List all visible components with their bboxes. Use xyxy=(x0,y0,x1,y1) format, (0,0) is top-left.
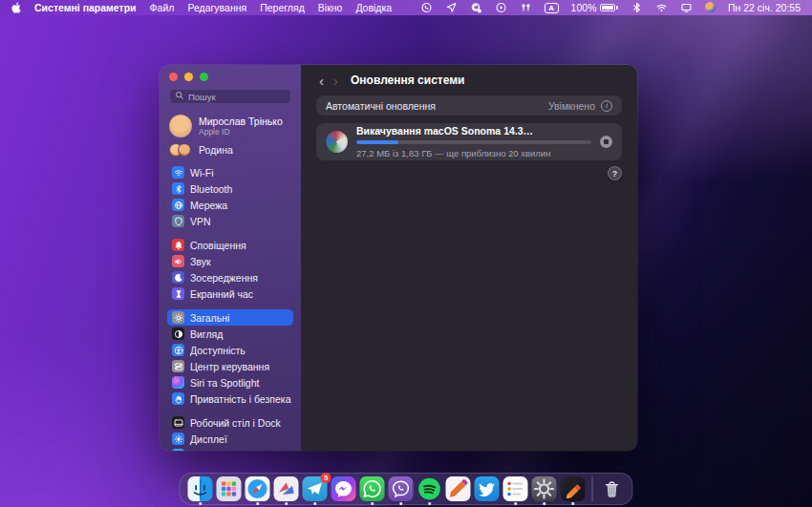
sidebar-item-шпалери[interactable]: Шпалери xyxy=(167,447,293,451)
download-progress-bar xyxy=(356,140,591,144)
apple-id-row[interactable]: Мирослав Трінько Apple ID xyxy=(160,110,301,139)
sidebar-item-wi-fi[interactable]: Wi-Fi xyxy=(167,164,293,180)
sidebar-item-загальні[interactable]: Загальні xyxy=(167,309,293,326)
wifi-icon xyxy=(172,166,184,179)
sidebar-item-label: Bluetooth xyxy=(190,183,232,195)
running-indicator-dot xyxy=(199,502,202,505)
airpods-status-icon[interactable] xyxy=(520,2,532,13)
menu-clock[interactable]: Пн 22 січ. 20:55 xyxy=(728,2,801,13)
flower-icon xyxy=(172,449,184,451)
sidebar-item-зосередження[interactable]: Зосередження xyxy=(167,269,293,285)
dock-icon-rocket-app[interactable] xyxy=(561,476,586,501)
menu-перегляд[interactable]: Перегляд xyxy=(260,2,305,13)
dock-icon-whatsapp[interactable] xyxy=(360,476,385,501)
sidebar-item-мережа[interactable]: Мережа xyxy=(167,197,293,213)
moon-icon xyxy=(172,271,184,284)
viber-status-icon[interactable] xyxy=(420,2,433,13)
dock-icon-twitter[interactable] xyxy=(475,476,500,501)
download-title: Викачування macOS Sonoma 14.3… xyxy=(356,125,591,137)
sidebar-item-bluetooth[interactable]: Bluetooth xyxy=(167,180,293,197)
telegram-status-icon[interactable] xyxy=(470,2,482,13)
info-icon[interactable]: i xyxy=(601,100,612,112)
menu-вікно[interactable]: Вікно xyxy=(318,2,343,13)
sidebar-item-доступність[interactable]: Доступність xyxy=(167,342,293,358)
dock-icon-viber[interactable] xyxy=(389,476,414,501)
sidebar-item-центр-керування[interactable]: Центр керування xyxy=(167,358,293,374)
back-button[interactable]: ‹ xyxy=(316,74,327,88)
sidebar-item-вигляд[interactable]: Вигляд xyxy=(167,326,293,342)
sidebar-item-label: Приватність і безпека xyxy=(190,393,290,405)
macos-sonoma-icon xyxy=(326,131,348,153)
display-status-icon[interactable] xyxy=(680,2,693,13)
sidebar-item-vpn[interactable]: VPN xyxy=(167,213,293,229)
stop-download-button[interactable] xyxy=(600,136,612,148)
search-placeholder: Пошук xyxy=(188,92,216,102)
sidebar-item-label: Зосередження xyxy=(190,272,258,284)
shield-icon xyxy=(172,215,184,227)
avatar-status-icon[interactable] xyxy=(705,2,716,14)
dock-icon-launchpad[interactable] xyxy=(217,476,242,501)
dock-icon-system-settings[interactable] xyxy=(532,476,557,501)
sidebar-item-label: Звук xyxy=(190,256,211,267)
dock-icon-trash[interactable] xyxy=(600,476,625,501)
apple-menu-icon[interactable] xyxy=(11,2,21,13)
location-status-icon[interactable] xyxy=(445,2,458,13)
dock-icon-messenger[interactable] xyxy=(331,476,356,501)
bell-icon xyxy=(172,239,184,251)
minimize-button[interactable] xyxy=(184,73,193,81)
accessibility-icon xyxy=(172,344,184,356)
menu-редагування[interactable]: Редагування xyxy=(187,2,246,13)
forward-button[interactable]: › xyxy=(331,74,341,88)
toggles-icon xyxy=(172,360,184,372)
user-subtitle: Apple ID xyxy=(199,127,283,137)
dock-icon-reminders[interactable] xyxy=(503,476,528,501)
dock: 5 xyxy=(180,473,633,505)
sidebar-item-звук[interactable]: Звук xyxy=(167,253,293,269)
running-indicator-dot xyxy=(285,502,288,505)
sun-icon xyxy=(172,433,184,445)
sidebar-item-сповіщення[interactable]: Сповіщення xyxy=(167,237,293,253)
window-icon xyxy=(172,416,184,429)
sidebar-item-label: Дисплеї xyxy=(190,433,227,445)
running-indicator-dot xyxy=(428,502,431,505)
battery-icon xyxy=(600,4,615,11)
dock-icon-finder[interactable] xyxy=(188,476,213,501)
sidebar-item-приватність-і-безпека[interactable]: Приватність і безпека xyxy=(167,391,293,407)
sidebar-item-label: Центр керування xyxy=(190,361,269,372)
sidebar-item-екранний-час[interactable]: Екранний час xyxy=(167,285,293,302)
running-indicator-dot xyxy=(313,502,316,505)
menu-app-name[interactable]: Системні параметри xyxy=(34,2,137,13)
wifi-status-icon[interactable] xyxy=(655,2,668,13)
globe-icon xyxy=(172,199,184,211)
play-status-icon[interactable] xyxy=(495,2,507,13)
update-download-row: Викачування macOS Sonoma 14.3… 27,2 МБ і… xyxy=(316,123,622,160)
close-button[interactable] xyxy=(169,73,178,81)
dock-icon-safari[interactable] xyxy=(246,476,270,501)
dock-icon-telegram[interactable]: 5 xyxy=(303,476,328,501)
input-source-indicator[interactable]: A xyxy=(545,3,559,13)
sidebar-item-siri-та-spotlight[interactable]: Siri та Spotlight xyxy=(167,374,293,391)
help-button[interactable]: ? xyxy=(608,166,622,180)
family-row[interactable]: Родина xyxy=(160,139,301,158)
page-title: Оновлення системи xyxy=(351,74,464,87)
automatic-updates-row[interactable]: Автоматичні оновлення Увімкнено i xyxy=(316,95,622,116)
battery-indicator[interactable]: 100% xyxy=(571,2,618,13)
system-settings-window: Пошук Мирослав Трінько Apple ID Родина W… xyxy=(160,65,637,451)
bluetooth-status-icon[interactable] xyxy=(630,2,643,13)
running-indicator-dot xyxy=(543,502,545,505)
sidebar-item-label: Загальні xyxy=(190,312,229,324)
sidebar-item-робочий-стіл-і-dock[interactable]: Робочий стіл і Dock xyxy=(167,414,293,431)
search-input[interactable]: Пошук xyxy=(169,89,291,104)
dock-icon-origami-app[interactable] xyxy=(274,476,299,501)
dock-icon-paint-app[interactable] xyxy=(446,476,471,501)
sidebar-item-label: Мережа xyxy=(190,200,227,211)
speaker-icon xyxy=(172,255,184,267)
menu-довідка[interactable]: Довідка xyxy=(355,2,392,13)
user-avatar xyxy=(169,115,192,137)
menu-файл[interactable]: Файл xyxy=(150,2,175,13)
dock-icon-spotify[interactable] xyxy=(417,476,442,501)
sidebar-item-дисплеї[interactable]: Дисплеї xyxy=(167,431,293,447)
sidebar-item-label: Екранний час xyxy=(190,288,253,300)
sidebar-item-label: VPN xyxy=(190,216,211,227)
zoom-button[interactable] xyxy=(200,73,208,81)
